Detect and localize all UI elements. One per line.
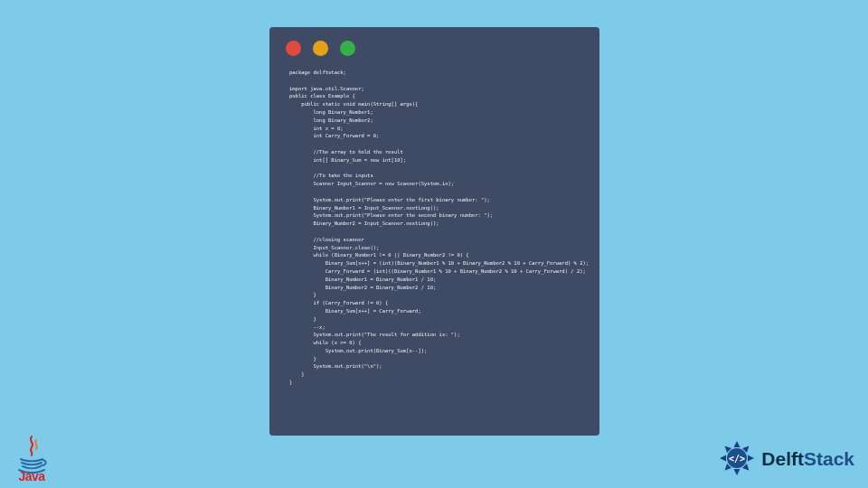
svg-marker-0 — [734, 441, 741, 447]
svg-text:</>: </> — [729, 454, 745, 464]
maximize-icon[interactable] — [340, 41, 355, 56]
window-traffic-lights — [269, 27, 599, 63]
code-block: package delftstack; import java.util.Sca… — [269, 63, 599, 401]
java-logo: Java — [14, 435, 50, 483]
delftstack-wordmark: DelftStack — [761, 449, 854, 468]
delftstack-badge-icon: </> — [718, 439, 756, 477]
java-wordmark: Java — [18, 469, 44, 483]
svg-marker-6 — [720, 455, 726, 462]
svg-marker-2 — [748, 455, 754, 462]
delftstack-logo: </> DelftStack — [718, 439, 854, 477]
code-window: package delftstack; import java.util.Sca… — [269, 27, 599, 436]
delft-word: Delft — [761, 448, 804, 469]
stack-word: Stack — [804, 448, 854, 469]
minimize-icon[interactable] — [313, 41, 328, 56]
svg-marker-4 — [734, 469, 741, 475]
page-background: package delftstack; import java.util.Sca… — [0, 0, 868, 488]
close-icon[interactable] — [286, 41, 301, 56]
